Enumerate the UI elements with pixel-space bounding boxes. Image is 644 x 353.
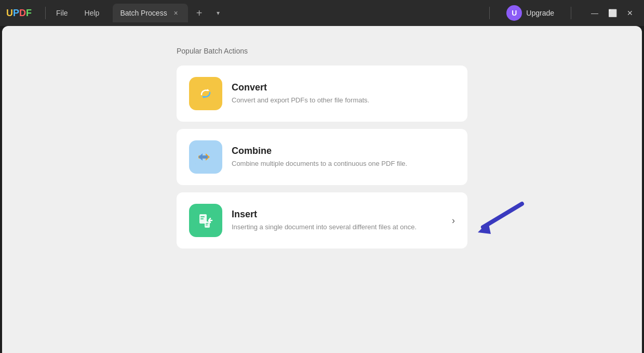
tabs-area: Batch Process × + ▾ — [113, 4, 482, 22]
batch-process-tab[interactable]: Batch Process × — [113, 4, 187, 22]
convert-desc: Convert and export PDFs to other file fo… — [232, 95, 455, 106]
svg-rect-11 — [200, 218, 204, 219]
convert-card[interactable]: Convert Convert and export PDFs to other… — [177, 66, 467, 122]
section-title: Popular Batch Actions — [177, 47, 248, 55]
blue-arrow-icon — [473, 199, 530, 240]
svg-rect-14 — [206, 225, 208, 226]
divider-2 — [489, 7, 490, 19]
combine-card[interactable]: Combine Combine multiple documents to a … — [177, 129, 467, 185]
convert-title: Convert — [232, 82, 455, 93]
app-logo: UPDF — [6, 8, 32, 19]
insert-card-wrapper: Insert Inserting a single document into … — [177, 192, 467, 249]
svg-rect-13 — [206, 223, 208, 224]
upgrade-button[interactable]: U Upgrade — [501, 3, 559, 23]
combine-desc: Combine multiple documents to a continuo… — [232, 159, 455, 169]
cards-container: Convert Convert and export PDFs to other… — [177, 66, 467, 249]
combine-icon-bg — [189, 140, 222, 174]
tabs-dropdown-button[interactable]: ▾ — [211, 6, 225, 20]
tab-label: Batch Process — [120, 9, 167, 17]
insert-card[interactable]: Insert Inserting a single document into … — [177, 192, 467, 249]
minimize-button[interactable]: — — [587, 5, 602, 21]
svg-rect-10 — [200, 216, 205, 217]
avatar: U — [506, 5, 522, 21]
insert-icon — [195, 210, 216, 231]
insert-desc: Inserting a single document into several… — [232, 222, 442, 232]
close-button[interactable]: ✕ — [622, 5, 638, 21]
insert-chevron: › — [452, 215, 455, 226]
arrow-annotation — [473, 199, 530, 242]
insert-text: Insert Inserting a single document into … — [232, 209, 442, 232]
svg-rect-0 — [197, 85, 214, 102]
divider-1 — [45, 7, 46, 19]
upgrade-label: Upgrade — [526, 9, 554, 17]
insert-title: Insert — [232, 209, 442, 220]
convert-text: Convert Convert and export PDFs to other… — [232, 82, 455, 106]
titlebar: UPDF File Help Batch Process × + ▾ U Upg… — [0, 0, 644, 26]
main-content: Popular Batch Actions Convert — [2, 26, 642, 353]
combine-text: Combine Combine multiple documents to a … — [232, 146, 455, 169]
window-controls: — ⬜ ✕ — [587, 5, 638, 21]
combine-title: Combine — [232, 146, 455, 156]
combine-icon — [195, 147, 216, 167]
titlebar-right: U Upgrade — ⬜ ✕ — [482, 3, 638, 23]
tab-close-button[interactable]: × — [171, 8, 181, 18]
new-tab-button[interactable]: + — [192, 6, 207, 20]
svg-rect-6 — [203, 155, 208, 159]
divider-3 — [571, 7, 571, 19]
convert-icon — [195, 83, 216, 104]
insert-icon-bg — [189, 204, 222, 237]
restore-button[interactable]: ⬜ — [605, 5, 620, 21]
menu-help[interactable]: Help — [82, 7, 103, 19]
convert-icon-bg — [189, 77, 222, 110]
menu-file[interactable]: File — [53, 7, 71, 19]
